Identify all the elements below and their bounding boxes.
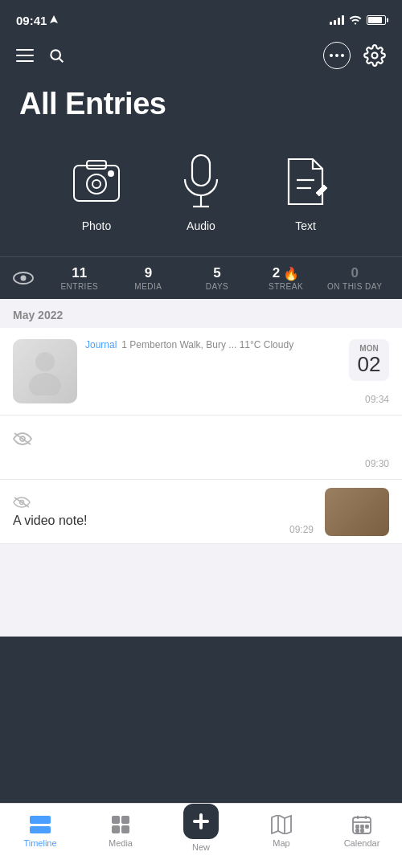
audio-action[interactable]: Audio — [173, 154, 229, 232]
svg-rect-28 — [112, 825, 120, 833]
top-nav — [0, 35, 402, 79]
calendar-icon — [352, 815, 371, 834]
streak-value: 2 — [273, 265, 280, 281]
svg-rect-39 — [356, 825, 359, 828]
svg-rect-24 — [30, 816, 51, 824]
timeline-icon — [30, 816, 51, 833]
entry-tag-1: Journal — [85, 339, 117, 350]
search-button[interactable] — [48, 47, 64, 63]
tab-timeline[interactable]: Timeline — [0, 814, 80, 848]
quick-actions: Photo Audio Text — [0, 137, 402, 256]
status-bar: 09:41 — [0, 0, 402, 35]
tab-media[interactable]: Media — [80, 814, 161, 848]
time-display: 09:41 — [16, 14, 47, 27]
media-icon — [111, 815, 130, 834]
entry-card-2[interactable]: 09:30 — [0, 416, 402, 480]
entry-date-badge-1: MON 02 — [349, 339, 389, 381]
svg-line-4 — [59, 59, 64, 63]
svg-point-10 — [109, 171, 113, 176]
tab-calendar[interactable]: Calendar — [322, 814, 402, 848]
text-icon — [277, 154, 334, 210]
svg-point-8 — [92, 180, 100, 188]
more-button[interactable] — [323, 42, 351, 69]
svg-point-17 — [21, 276, 27, 281]
nav-left — [16, 47, 64, 63]
entry-card-1[interactable]: Journal 1 Pemberton Walk, Bury ... 11°C … — [0, 328, 402, 416]
streak-label: STREAK — [269, 282, 303, 291]
stat-streak: 2 🔥 STREAK — [252, 265, 321, 291]
photo-action[interactable]: Photo — [68, 154, 125, 232]
svg-rect-41 — [366, 825, 368, 828]
stat-days: 5 DAYS — [183, 265, 252, 291]
svg-point-3 — [51, 50, 60, 59]
map-tab-label: Map — [273, 838, 289, 848]
battery-icon — [367, 15, 386, 25]
new-tab-icon — [183, 804, 219, 839]
text-action[interactable]: Text — [277, 154, 334, 232]
svg-point-7 — [87, 174, 106, 194]
media-label: MEDIA — [134, 282, 162, 291]
fire-icon: 🔥 — [283, 266, 299, 281]
tab-bar: Timeline Media New — [0, 803, 402, 868]
page-title: All Entries — [19, 87, 383, 121]
stat-eye — [13, 271, 34, 285]
entries-value: 11 — [72, 265, 87, 281]
timeline-tab-label: Timeline — [23, 838, 56, 848]
stats-bar: 11 ENTRIES 9 MEDIA 5 DAYS 2 🔥 STREAK 0 O… — [0, 256, 402, 299]
entries-label: ENTRIES — [60, 282, 98, 291]
entry-time-3: 09:29 — [289, 524, 314, 535]
svg-rect-11 — [192, 155, 210, 186]
settings-icon — [363, 44, 386, 67]
wifi-icon — [349, 15, 362, 25]
page-title-section: All Entries — [0, 79, 402, 137]
svg-rect-2 — [16, 60, 34, 62]
svg-point-5 — [372, 53, 378, 59]
status-icons — [330, 15, 386, 25]
svg-rect-40 — [361, 825, 363, 828]
signal-icon — [330, 15, 344, 25]
onthisday-label: ON THIS DAY — [327, 282, 382, 291]
svg-point-18 — [35, 352, 55, 371]
media-value: 9 — [145, 265, 152, 281]
days-label: DAYS — [206, 282, 229, 291]
entry-thumbnail-1 — [13, 339, 77, 403]
timeline-tab-icon — [30, 814, 51, 835]
audio-icon — [173, 154, 229, 210]
svg-marker-32 — [272, 815, 291, 834]
entry-time-1: 09:34 — [365, 394, 389, 405]
entry-content-1: Journal 1 Pemberton Walk, Bury ... 11°C … — [85, 339, 389, 350]
entry-time-2: 09:30 — [365, 458, 389, 469]
map-tab-icon — [271, 814, 292, 835]
onthisday-value: 0 — [351, 265, 358, 281]
tab-map[interactable]: Map — [241, 814, 322, 848]
media-tab-label: Media — [109, 838, 133, 848]
search-icon — [48, 47, 64, 63]
map-icon — [271, 815, 292, 834]
entry-hidden-2 — [0, 416, 402, 470]
status-time: 09:41 — [16, 14, 58, 27]
entry-card-3[interactable]: A video note! 09:29 — [0, 480, 402, 544]
entry-location-1: 1 Pemberton Walk, Bury ... 11°C Cloudy — [121, 339, 293, 350]
svg-rect-1 — [16, 55, 34, 56]
tab-new[interactable]: New — [161, 810, 241, 852]
settings-button[interactable] — [363, 44, 386, 67]
hidden-eye-icon-3 — [13, 496, 31, 509]
media-tab-icon — [110, 814, 131, 835]
text-svg — [282, 156, 329, 207]
entry-video-thumb — [325, 488, 389, 536]
svg-rect-0 — [16, 49, 34, 51]
text-label: Text — [295, 219, 316, 232]
svg-rect-27 — [121, 816, 129, 824]
nav-right — [323, 42, 386, 69]
audio-svg — [181, 154, 221, 210]
location-arrow-icon — [50, 15, 58, 25]
stat-entries: 11 ENTRIES — [45, 265, 114, 291]
plus-icon — [192, 813, 210, 830]
svg-rect-25 — [30, 826, 51, 833]
entry-day-num-1: 02 — [357, 353, 381, 376]
hamburger-button[interactable] — [16, 49, 34, 62]
svg-rect-43 — [361, 829, 363, 832]
new-tab-label: New — [192, 842, 210, 852]
days-value: 5 — [213, 265, 220, 281]
entry-meta-1: Journal 1 Pemberton Walk, Bury ... 11°C … — [85, 339, 389, 350]
